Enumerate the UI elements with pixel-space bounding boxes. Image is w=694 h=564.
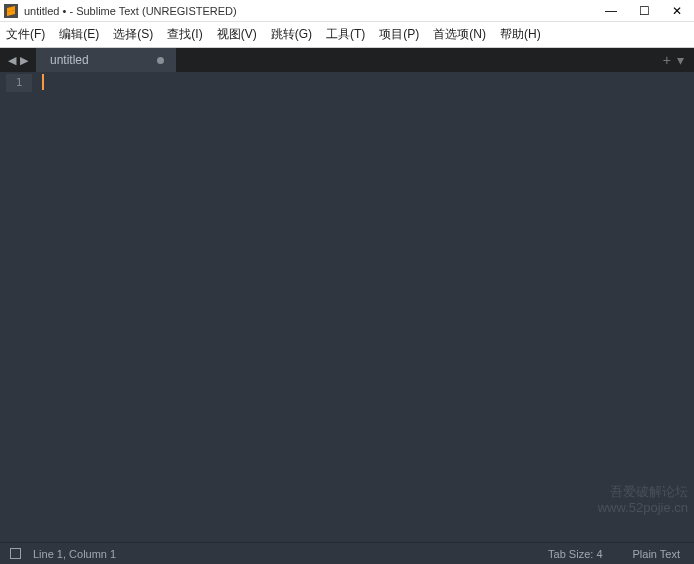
editor-area: 1 吾爱破解论坛 www.52pojie.cn [0, 72, 694, 542]
maximize-button[interactable]: ☐ [639, 4, 650, 18]
menu-view[interactable]: 视图(V) [217, 26, 257, 43]
nav-back-icon[interactable]: ◀ [8, 54, 16, 67]
statusbar: Line 1, Column 1 Tab Size: 4 Plain Text [0, 542, 694, 564]
minimize-button[interactable]: — [605, 4, 617, 18]
new-tab-icon[interactable]: + [663, 52, 671, 68]
menu-find[interactable]: 查找(I) [167, 26, 202, 43]
menu-edit[interactable]: 编辑(E) [59, 26, 99, 43]
tab-actions: + ▾ [653, 48, 694, 72]
gutter: 1 [0, 72, 38, 542]
status-syntax[interactable]: Plain Text [633, 548, 681, 560]
sublime-icon [4, 4, 18, 18]
window-title: untitled • - Sublime Text (UNREGISTERED) [24, 5, 605, 17]
menubar: 文件(F) 编辑(E) 选择(S) 查找(I) 视图(V) 跳转(G) 工具(T… [0, 22, 694, 48]
status-position[interactable]: Line 1, Column 1 [33, 548, 548, 560]
menu-select[interactable]: 选择(S) [113, 26, 153, 43]
tab-nav: ◀ ▶ [0, 48, 36, 72]
menu-project[interactable]: 项目(P) [379, 26, 419, 43]
nav-forward-icon[interactable]: ▶ [20, 54, 28, 67]
tabbar: ◀ ▶ untitled + ▾ [0, 48, 694, 72]
close-button[interactable]: ✕ [672, 4, 682, 18]
tab-label: untitled [50, 53, 89, 67]
panel-switcher-icon[interactable] [10, 548, 21, 559]
status-tab-size[interactable]: Tab Size: 4 [548, 548, 602, 560]
titlebar: untitled • - Sublime Text (UNREGISTERED)… [0, 0, 694, 22]
tab-menu-icon[interactable]: ▾ [677, 52, 684, 68]
window-controls: — ☐ ✕ [605, 4, 690, 18]
menu-file[interactable]: 文件(F) [6, 26, 45, 43]
tab-untitled[interactable]: untitled [36, 48, 176, 72]
cursor-caret [42, 74, 44, 90]
menu-preferences[interactable]: 首选项(N) [433, 26, 486, 43]
editor-content[interactable] [38, 72, 694, 542]
menu-goto[interactable]: 跳转(G) [271, 26, 312, 43]
dirty-indicator-icon [157, 57, 164, 64]
line-number: 1 [6, 74, 32, 92]
tab-filler [176, 48, 653, 72]
menu-tools[interactable]: 工具(T) [326, 26, 365, 43]
menu-help[interactable]: 帮助(H) [500, 26, 541, 43]
